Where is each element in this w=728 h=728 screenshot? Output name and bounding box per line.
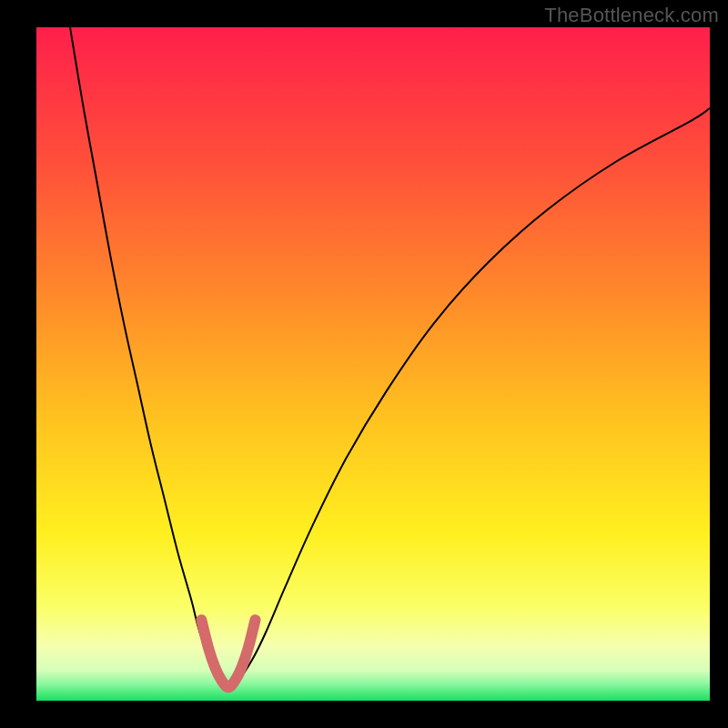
plot-area bbox=[36, 27, 710, 701]
chart-background bbox=[36, 27, 710, 701]
chart-frame: TheBottleneck.com bbox=[0, 0, 728, 728]
chart-svg bbox=[36, 27, 710, 701]
watermark-text: TheBottleneck.com bbox=[544, 4, 719, 27]
